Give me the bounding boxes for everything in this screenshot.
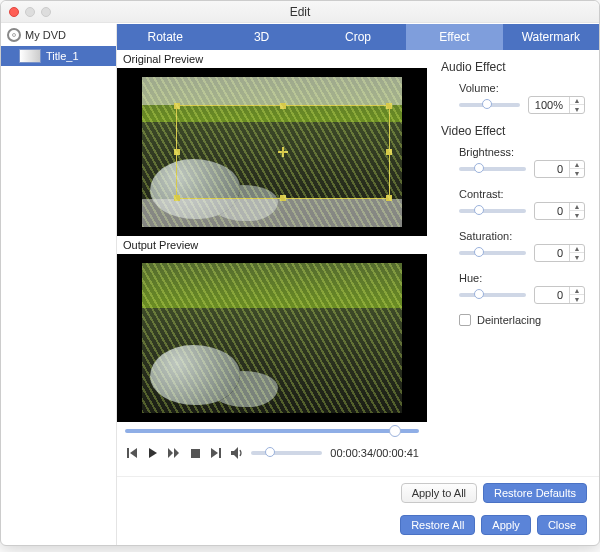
title-label: Title_1 <box>46 50 79 62</box>
window-title: Edit <box>1 5 599 19</box>
hue-step-down[interactable]: ▼ <box>570 295 584 303</box>
svg-marker-3 <box>168 448 173 458</box>
crop-rectangle[interactable] <box>176 105 390 199</box>
output-frame <box>142 263 402 413</box>
next-frame-icon[interactable] <box>209 446 223 460</box>
crop-mask-top <box>142 77 402 105</box>
timeline <box>117 422 427 440</box>
prev-frame-icon[interactable] <box>125 446 139 460</box>
saturation-slider-knob[interactable] <box>474 247 484 257</box>
contrast-slider[interactable] <box>459 209 526 213</box>
saturation-step-up[interactable]: ▲ <box>570 245 584 253</box>
brightness-step-down[interactable]: ▼ <box>570 169 584 177</box>
apply-button[interactable]: Apply <box>481 515 531 535</box>
saturation-step-down[interactable]: ▼ <box>570 253 584 261</box>
crop-handle-r[interactable] <box>386 149 392 155</box>
stop-icon[interactable] <box>188 446 202 460</box>
playback-volume-knob[interactable] <box>265 447 275 457</box>
close-button[interactable]: Close <box>537 515 587 535</box>
tab-crop[interactable]: Crop <box>310 24 406 50</box>
crop-mask-bottom <box>142 199 402 227</box>
tab-rotate-label: Rotate <box>148 30 183 44</box>
contrast-row: Contrast: 0 ▲▼ <box>441 188 585 220</box>
restore-all-button[interactable]: Restore All <box>400 515 475 535</box>
timeline-track[interactable] <box>125 429 419 433</box>
crop-handle-br[interactable] <box>386 195 392 201</box>
disc-row[interactable]: My DVD <box>1 24 116 46</box>
brightness-value[interactable]: 0 <box>535 163 569 175</box>
fast-forward-icon[interactable] <box>167 446 181 460</box>
brightness-slider[interactable] <box>459 167 526 171</box>
playback-controls <box>125 446 223 460</box>
preview-column: Original Preview <box>117 50 427 476</box>
effects-panel: Audio Effect Volume: 100% ▲▼ Video Effec… <box>427 50 599 476</box>
tab-crop-label: Crop <box>345 30 371 44</box>
contrast-slider-knob[interactable] <box>474 205 484 215</box>
svg-marker-4 <box>174 448 179 458</box>
tab-3d[interactable]: 3D <box>213 24 309 50</box>
footer-row-1: Apply to All Restore Defaults <box>117 476 599 509</box>
crop-handle-tl[interactable] <box>174 103 180 109</box>
contrast-value[interactable]: 0 <box>535 205 569 217</box>
tab-watermark-label: Watermark <box>522 30 580 44</box>
crop-handle-tr[interactable] <box>386 103 392 109</box>
hue-slider-knob[interactable] <box>474 289 484 299</box>
saturation-row: Saturation: 0 ▲▼ <box>441 230 585 262</box>
tab-effect[interactable]: Effect <box>406 24 502 50</box>
output-preview <box>117 254 427 422</box>
saturation-slider[interactable] <box>459 251 526 255</box>
title-row[interactable]: Title_1 <box>1 46 116 66</box>
crop-handle-t[interactable] <box>280 103 286 109</box>
crop-handle-bl[interactable] <box>174 195 180 201</box>
volume-label: Volume: <box>441 82 585 94</box>
hue-slider[interactable] <box>459 293 526 297</box>
brightness-step-up[interactable]: ▲ <box>570 161 584 169</box>
hue-value[interactable]: 0 <box>535 289 569 301</box>
playback-volume-slider[interactable] <box>251 451 322 455</box>
svg-marker-1 <box>130 448 137 458</box>
timeline-playhead[interactable] <box>389 425 401 437</box>
content-split: Original Preview <box>117 50 599 476</box>
deinterlace-checkbox[interactable] <box>459 314 471 326</box>
volume-step-up[interactable]: ▲ <box>570 97 584 105</box>
volume-slider[interactable] <box>459 103 520 107</box>
tab-watermark[interactable]: Watermark <box>503 24 599 50</box>
crop-center-icon[interactable] <box>278 147 288 157</box>
play-icon[interactable] <box>146 446 160 460</box>
brightness-label: Brightness: <box>441 146 585 158</box>
speaker-icon[interactable] <box>231 447 245 459</box>
crop-handle-b[interactable] <box>280 195 286 201</box>
brightness-value-box: 0 ▲▼ <box>534 160 585 178</box>
original-preview-label: Original Preview <box>117 50 427 68</box>
playback-bar: 00:00:34/00:00:41 <box>117 440 427 466</box>
original-frame <box>142 77 402 227</box>
source-sidebar: My DVD Title_1 <box>1 24 117 545</box>
svg-marker-8 <box>231 447 238 459</box>
contrast-step-up[interactable]: ▲ <box>570 203 584 211</box>
volume-value[interactable]: 100% <box>529 99 569 111</box>
timecode: 00:00:34/00:00:41 <box>330 447 419 459</box>
volume-row: Volume: 100% ▲▼ <box>441 82 585 114</box>
contrast-step-down[interactable]: ▼ <box>570 211 584 219</box>
contrast-value-box: 0 ▲▼ <box>534 202 585 220</box>
svg-rect-7 <box>219 448 221 458</box>
tab-effect-label: Effect <box>439 30 469 44</box>
restore-defaults-button[interactable]: Restore Defaults <box>483 483 587 503</box>
volume-slider-knob[interactable] <box>482 99 492 109</box>
saturation-value-box: 0 ▲▼ <box>534 244 585 262</box>
brightness-slider-knob[interactable] <box>474 163 484 173</box>
main-area: Rotate 3D Crop Effect Watermark Original… <box>117 24 599 545</box>
tab-rotate[interactable]: Rotate <box>117 24 213 50</box>
apply-to-all-button[interactable]: Apply to All <box>401 483 477 503</box>
crop-handle-l[interactable] <box>174 149 180 155</box>
hue-row: Hue: 0 ▲▼ <box>441 272 585 304</box>
deinterlace-label: Deinterlacing <box>477 314 541 326</box>
output-preview-label: Output Preview <box>117 236 427 254</box>
hue-label: Hue: <box>441 272 585 284</box>
saturation-value[interactable]: 0 <box>535 247 569 259</box>
deinterlace-row[interactable]: Deinterlacing <box>441 314 585 326</box>
edit-window: Edit My DVD Title_1 Rotate 3D Crop Effec… <box>0 0 600 546</box>
volume-step-down[interactable]: ▼ <box>570 105 584 113</box>
hue-step-up[interactable]: ▲ <box>570 287 584 295</box>
original-preview <box>117 68 427 236</box>
